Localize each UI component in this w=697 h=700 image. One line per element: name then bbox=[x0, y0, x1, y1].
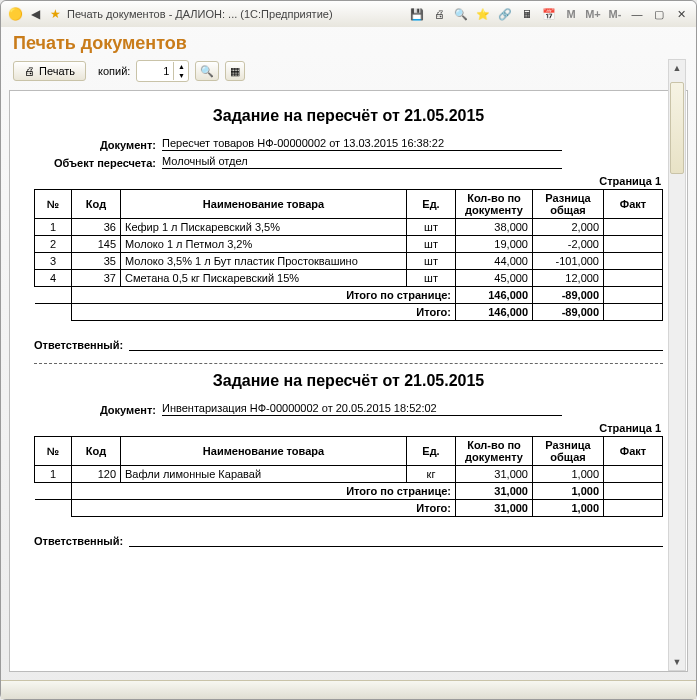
star-icon[interactable]: ★ bbox=[47, 6, 63, 22]
table-row: 437Сметана 0,5 кг Пискаревский 15%шт45,0… bbox=[35, 270, 663, 287]
responsible-label: Ответственный: bbox=[34, 535, 123, 547]
table-row: 136Кефир 1 л Пискаревский 3,5%шт38,0002,… bbox=[35, 219, 663, 236]
table-header-row: № Код Наименование товара Ед. Кол-во по … bbox=[35, 190, 663, 219]
back-icon[interactable]: ◀ bbox=[27, 6, 43, 22]
page-number: Страница 1 bbox=[36, 422, 661, 434]
col-fact: Факт bbox=[604, 437, 663, 466]
scrollbar[interactable]: ▲ ▼ bbox=[668, 59, 686, 671]
document-field: Документ: Пересчет товаров НФ-00000002 о… bbox=[34, 137, 663, 151]
col-diff: Разница общая bbox=[533, 437, 604, 466]
responsible-label: Ответственный: bbox=[34, 339, 123, 351]
col-qty: Кол-во по документу bbox=[456, 190, 533, 219]
table-row: 335Молоко 3,5% 1 л Бут пластик Простоква… bbox=[35, 253, 663, 270]
m-minus-icon[interactable]: M- bbox=[606, 6, 624, 22]
window-title: Печать документов - ДАЛИОН: ... (1С:Пред… bbox=[67, 8, 404, 20]
col-code: Код bbox=[72, 437, 121, 466]
print-button[interactable]: 🖨 Печать bbox=[13, 61, 86, 81]
total-row: Итого:146,000-89,000 bbox=[35, 304, 663, 321]
printer-icon[interactable]: 🖨 bbox=[430, 6, 448, 22]
link-icon[interactable]: 🔗 bbox=[496, 6, 514, 22]
toolbar: 🖨 Печать копий: ▲ ▼ 🔍 ▦ bbox=[1, 58, 696, 90]
responsible-line bbox=[129, 546, 663, 547]
page-title: Печать документов bbox=[13, 33, 684, 54]
responsible-row: Ответственный: bbox=[34, 339, 663, 351]
report-table: № Код Наименование товара Ед. Кол-во по … bbox=[34, 436, 663, 517]
app-icon: 🟡 bbox=[7, 6, 23, 22]
col-diff: Разница общая bbox=[533, 190, 604, 219]
separator bbox=[34, 363, 663, 364]
report-title: Задание на пересчёт от 21.05.2015 bbox=[34, 107, 663, 125]
grid-icon: ▦ bbox=[230, 65, 240, 78]
scroll-down-icon[interactable]: ▼ bbox=[669, 654, 685, 670]
doc-value: Пересчет товаров НФ-00000002 от 13.03.20… bbox=[162, 137, 562, 151]
col-unit: Ед. bbox=[407, 437, 456, 466]
table-header-row: № Код Наименование товара Ед. Кол-во по … bbox=[35, 437, 663, 466]
page-total-row: Итого по странице:31,0001,000 bbox=[35, 483, 663, 500]
magnifier-icon: 🔍 bbox=[200, 65, 214, 78]
m-plus-icon[interactable]: M+ bbox=[584, 6, 602, 22]
report-table: № Код Наименование товара Ед. Кол-во по … bbox=[34, 189, 663, 321]
col-qty: Кол-во по документу bbox=[456, 437, 533, 466]
app-window: 🟡 ◀ ★ Печать документов - ДАЛИОН: ... (1… bbox=[0, 0, 697, 700]
printer-icon: 🖨 bbox=[24, 65, 35, 77]
fav-icon[interactable]: ⭐ bbox=[474, 6, 492, 22]
doc-label: Документ: bbox=[34, 404, 162, 416]
total-row: Итого:31,0001,000 bbox=[35, 500, 663, 517]
m-icon[interactable]: M bbox=[562, 6, 580, 22]
col-n: № bbox=[35, 437, 72, 466]
status-bar bbox=[1, 680, 696, 699]
calendar-icon[interactable]: 📅 bbox=[540, 6, 558, 22]
doc-value: Инвентаризация НФ-00000002 от 20.05.2015… bbox=[162, 402, 562, 416]
col-code: Код bbox=[72, 190, 121, 219]
scroll-up-icon[interactable]: ▲ bbox=[669, 60, 685, 76]
responsible-line bbox=[129, 350, 663, 351]
document-area: Задание на пересчёт от 21.05.2015 Докуме… bbox=[9, 90, 688, 672]
report-title: Задание на пересчёт от 21.05.2015 bbox=[34, 372, 663, 390]
page-total-row: Итого по странице:146,000-89,000 bbox=[35, 287, 663, 304]
copies-stepper[interactable]: ▲ ▼ bbox=[136, 60, 189, 82]
chevron-down-icon[interactable]: ▼ bbox=[174, 71, 188, 80]
settings-button[interactable]: ▦ bbox=[225, 61, 245, 81]
col-unit: Ед. bbox=[407, 190, 456, 219]
table-row: 1120Вафли лимонные Каравайкг31,0001,000 bbox=[35, 466, 663, 483]
maximize-icon[interactable]: ▢ bbox=[650, 6, 668, 22]
page-header: Печать документов bbox=[1, 27, 696, 58]
obj-value: Молочный отдел bbox=[162, 155, 562, 169]
copies-label: копий: bbox=[98, 65, 130, 77]
scroll-thumb[interactable] bbox=[670, 82, 684, 174]
close-icon[interactable]: ✕ bbox=[672, 6, 690, 22]
obj-label: Объект пересчета: bbox=[34, 157, 162, 169]
save-icon[interactable]: 💾 bbox=[408, 6, 426, 22]
col-fact: Факт bbox=[604, 190, 663, 219]
object-field: Объект пересчета: Молочный отдел bbox=[34, 155, 663, 169]
titlebar: 🟡 ◀ ★ Печать документов - ДАЛИОН: ... (1… bbox=[1, 1, 696, 27]
stepper-arrows: ▲ ▼ bbox=[173, 62, 188, 80]
col-name: Наименование товара bbox=[121, 437, 407, 466]
doc-label: Документ: bbox=[34, 139, 162, 151]
zoom-button[interactable]: 🔍 bbox=[195, 61, 219, 81]
preview-icon[interactable]: 🔍 bbox=[452, 6, 470, 22]
responsible-row: Ответственный: bbox=[34, 535, 663, 547]
col-n: № bbox=[35, 190, 72, 219]
table-row: 2145Молоко 1 л Петмол 3,2%шт19,000-2,000 bbox=[35, 236, 663, 253]
col-name: Наименование товара bbox=[121, 190, 407, 219]
document-field: Документ: Инвентаризация НФ-00000002 от … bbox=[34, 402, 663, 416]
calc-icon[interactable]: 🖩 bbox=[518, 6, 536, 22]
print-label: Печать bbox=[39, 65, 75, 77]
chevron-up-icon[interactable]: ▲ bbox=[174, 62, 188, 71]
page-number: Страница 1 bbox=[36, 175, 661, 187]
minimize-icon[interactable]: — bbox=[628, 6, 646, 22]
copies-input[interactable] bbox=[137, 65, 173, 77]
